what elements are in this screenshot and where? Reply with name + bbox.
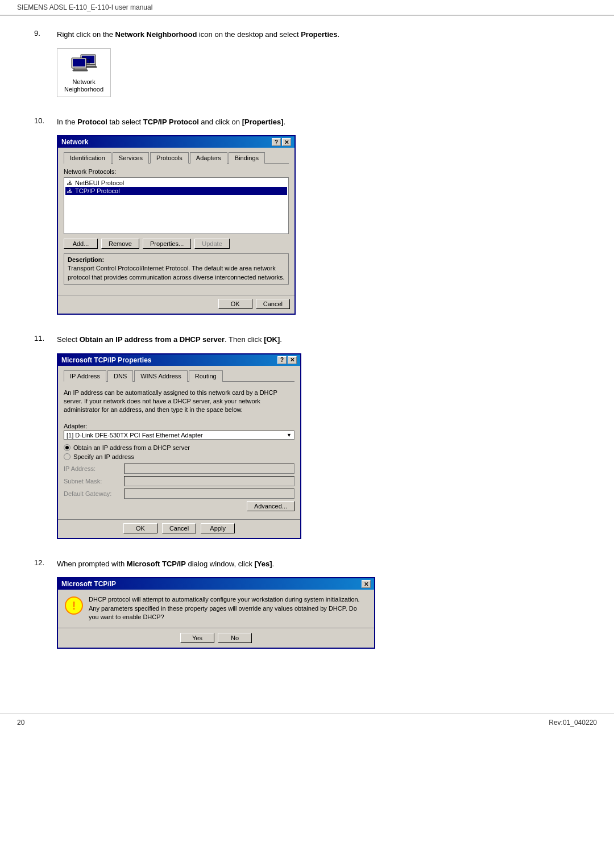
tcpip-ok-btn[interactable]: OK: [123, 523, 157, 533]
bold-ok: [OK]: [264, 335, 280, 344]
tcpip-dialog-body: IP Address DNS WINS Address Routing An I…: [58, 366, 300, 519]
step-body-11: Select Obtain an IP address from a DHCP …: [57, 334, 580, 542]
tcpip-icon: 🖧: [67, 188, 73, 194]
adapter-dropdown[interactable]: [1] D-Link DFE-530TX PCI Fast Ethernet A…: [64, 431, 294, 440]
subnet-label: Subnet Mask:: [64, 478, 121, 485]
step-12: 12. When prompted with Microsoft TCP/IP …: [34, 558, 580, 652]
tab-identification[interactable]: Identification: [64, 152, 111, 164]
tcpip-close-btn[interactable]: ✕: [288, 356, 297, 364]
mstcpip-footer: Yes No: [58, 628, 374, 648]
mstcpip-text: DHCP protocol will attempt to automatica…: [89, 595, 367, 621]
mstcpip-title: Microsoft TCP/IP: [61, 580, 116, 588]
gateway-input: [124, 489, 294, 499]
warning-icon: !: [65, 596, 83, 615]
tab-protocols[interactable]: Protocols: [150, 152, 189, 164]
radio-dhcp[interactable]: [64, 444, 70, 451]
step-body-10: In the Protocol tab select TCP/IP Protoc…: [57, 116, 580, 318]
tcpip-titlebar: Microsoft TCP/IP Properties ? ✕: [58, 354, 300, 366]
mstcpip-close-btn[interactable]: ✕: [362, 580, 371, 588]
description-label: Description:: [68, 256, 285, 263]
advanced-btn[interactable]: Advanced...: [247, 501, 294, 511]
add-btn[interactable]: Add...: [64, 239, 98, 249]
network-dialog-body: Identification Services Protocols Adapte…: [58, 148, 294, 295]
network-btn-row: Add... Remove Properties... Update: [64, 239, 289, 249]
description-box: Description: Transport Control Protocol/…: [64, 253, 289, 285]
tab-routing[interactable]: Routing: [189, 370, 223, 382]
description-text: Transport Control Protocol/Internet Prot…: [68, 264, 285, 282]
gateway-field-row: Default Gateway:: [64, 489, 294, 499]
remove-btn[interactable]: Remove: [101, 239, 139, 249]
network-footer: OK Cancel: [58, 295, 294, 314]
tab-adapters[interactable]: Adapters: [190, 152, 227, 164]
page-header: SIEMENS ADSL E-110_E-110-I user manual: [0, 0, 614, 15]
page-number: 20: [17, 719, 24, 727]
step-body-12: When prompted with Microsoft TCP/IP dial…: [57, 558, 580, 652]
dropdown-arrow-icon: ▼: [287, 432, 292, 438]
bold-obtain: Obtain an IP address from a DHCP server: [80, 335, 225, 344]
ip-input: [124, 464, 294, 474]
bold-nn: Network Neighborhood: [115, 30, 197, 39]
update-btn[interactable]: Update: [194, 239, 229, 249]
ip-label: IP Address:: [64, 465, 121, 472]
tcpip-dialog: Microsoft TCP/IP Properties ? ✕ IP Addre…: [57, 353, 301, 539]
network-dialog-titlebar: Network ? ✕: [58, 136, 294, 148]
tab-dns[interactable]: DNS: [107, 370, 133, 382]
svg-rect-6: [74, 68, 86, 70]
protocol-netbeui[interactable]: 🖧 NetBEUI Protocol: [65, 179, 287, 187]
step-text-12: When prompted with Microsoft TCP/IP dial…: [57, 558, 580, 570]
page-content: 9. Right click on the Network Neighborho…: [0, 15, 614, 691]
tcpip-help-btn[interactable]: ?: [277, 356, 287, 364]
properties-btn[interactable]: Properties...: [143, 239, 191, 249]
network-protocols-label: Network Protocols:: [64, 168, 289, 175]
network-ok-btn[interactable]: OK: [218, 299, 252, 309]
revision: Rev:01_040220: [549, 719, 597, 727]
mstcpip-yes-btn[interactable]: Yes: [180, 633, 214, 643]
tcpip-titlebar-btns: ? ✕: [277, 356, 297, 364]
step-10: 10. In the Protocol tab select TCP/IP Pr…: [34, 116, 580, 318]
advanced-btn-row: Advanced...: [64, 501, 294, 511]
mstcpip-no-btn[interactable]: No: [218, 633, 252, 643]
network-help-btn[interactable]: ?: [272, 138, 281, 146]
network-titlebar-btns: ? ✕: [272, 138, 291, 146]
radio-group: Obtain an IP address from a DHCP server …: [64, 444, 294, 460]
step-number-11: 11.: [34, 334, 57, 343]
bold-mstcpip: Microsoft TCP/IP: [127, 560, 186, 568]
gateway-label: Default Gateway:: [64, 490, 121, 497]
bold-protocol-tab: Protocol: [77, 118, 107, 126]
page-footer: 20 Rev:01_040220: [0, 713, 614, 731]
radio-specify-row[interactable]: Specify an IP address: [64, 453, 294, 460]
radio-dhcp-row[interactable]: Obtain an IP address from a DHCP server: [64, 444, 294, 451]
ip-field-row: IP Address:: [64, 464, 294, 474]
nn-svg: [70, 53, 98, 75]
subnet-input: [124, 476, 294, 486]
nn-icon-img: [70, 53, 98, 76]
nn-icon-wrapper: Network Neighborhood: [57, 48, 111, 97]
network-dialog-title: Network: [61, 138, 88, 146]
netbeui-icon: 🖧: [67, 180, 73, 186]
tab-ip-address[interactable]: IP Address: [64, 370, 106, 382]
bold-properties: [Properties]: [242, 118, 284, 126]
step-number-9: 9.: [34, 29, 57, 37]
step-number-12: 12.: [34, 558, 57, 567]
subnet-field-row: Subnet Mask:: [64, 476, 294, 486]
protocol-tcpip[interactable]: 🖧 TCP/IP Protocol: [65, 187, 287, 195]
step-number-10: 10.: [34, 116, 57, 125]
step-text-10: In the Protocol tab select TCP/IP Protoc…: [57, 116, 580, 128]
tcpip-footer: OK Cancel Apply: [58, 519, 300, 538]
tcpip-apply-btn[interactable]: Apply: [201, 523, 235, 533]
network-tabs: Identification Services Protocols Adapte…: [64, 152, 289, 164]
network-cancel-btn[interactable]: Cancel: [256, 299, 290, 309]
tcpip-cancel-btn[interactable]: Cancel: [162, 523, 196, 533]
tab-services[interactable]: Services: [113, 152, 149, 164]
tab-wins[interactable]: WINS Address: [134, 370, 188, 382]
tab-bindings[interactable]: Bindings: [229, 152, 265, 164]
tcpip-tabs: IP Address DNS WINS Address Routing: [64, 370, 294, 382]
tcpip-info: An IP address can be automatically assig…: [64, 386, 294, 417]
network-dialog: Network ? ✕ Identification Services Prot…: [57, 135, 296, 315]
svg-rect-7: [73, 70, 88, 71]
radio-specify[interactable]: [64, 453, 70, 460]
protocols-listbox[interactable]: 🖧 NetBEUI Protocol 🖧 TCP/IP Protocol: [64, 177, 289, 234]
svg-rect-5: [73, 59, 85, 66]
network-close-btn[interactable]: ✕: [282, 138, 291, 146]
bold-tcpip: TCP/IP Protocol: [143, 118, 199, 126]
